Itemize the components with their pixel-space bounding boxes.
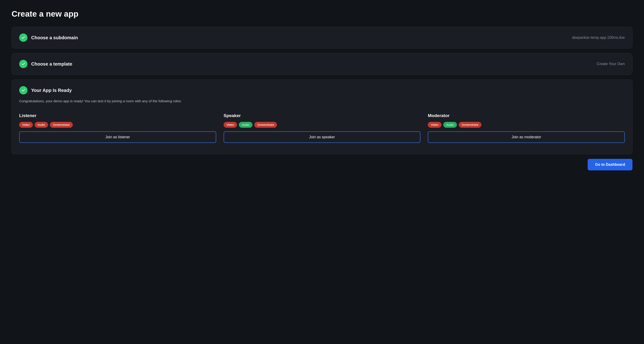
subdomain-card: Choose a subdomain deepankar-temp.app.10… bbox=[12, 27, 632, 48]
speaker-audio-badge: Audio bbox=[239, 122, 252, 128]
moderator-screenshare-badge: Screenshare bbox=[459, 122, 482, 128]
speaker-screenshare-badge: Screenshare bbox=[254, 122, 277, 128]
ready-card: Your App Is Ready Congratulations, your … bbox=[12, 79, 632, 154]
listener-badges: Video Audio Screenshare bbox=[19, 122, 216, 128]
template-card: Choose a template Create Your Own bbox=[12, 53, 632, 75]
page-title: Create a new app bbox=[12, 9, 632, 18]
ready-check-icon bbox=[19, 86, 28, 94]
speaker-role-title: Speaker bbox=[224, 113, 421, 118]
go-to-dashboard-button[interactable]: Go to Dashboard bbox=[588, 159, 632, 170]
moderator-video-badge: Video bbox=[428, 122, 442, 128]
speaker-video-badge: Video bbox=[224, 122, 237, 128]
listener-role-card: Listener Video Audio Screenshare Join as… bbox=[19, 113, 216, 143]
listener-video-badge: Video bbox=[19, 122, 33, 128]
roles-grid: Listener Video Audio Screenshare Join as… bbox=[19, 113, 625, 143]
speaker-role-card: Speaker Video Audio Screenshare Join as … bbox=[224, 113, 421, 143]
listener-screenshare-badge: Screenshare bbox=[50, 122, 73, 128]
speaker-badges: Video Audio Screenshare bbox=[224, 122, 421, 128]
listener-audio-badge: Audio bbox=[35, 122, 48, 128]
subdomain-card-title: Choose a subdomain bbox=[31, 35, 78, 40]
join-as-listener-button[interactable]: Join as listener bbox=[19, 131, 216, 143]
moderator-role-card: Moderator Video Audio Screenshare Join a… bbox=[428, 113, 625, 143]
subdomain-value: deepankar-temp.app.100ms.live bbox=[572, 35, 625, 40]
template-check-icon bbox=[19, 60, 28, 68]
bottom-bar: Go to Dashboard bbox=[12, 159, 632, 170]
listener-role-title: Listener bbox=[19, 113, 216, 118]
subdomain-check-icon bbox=[19, 33, 28, 42]
template-card-title: Choose a template bbox=[31, 61, 72, 67]
join-as-moderator-button[interactable]: Join as moderator bbox=[428, 131, 625, 143]
moderator-audio-badge: Audio bbox=[443, 122, 457, 128]
moderator-badges: Video Audio Screenshare bbox=[428, 122, 625, 128]
ready-card-title: Your App Is Ready bbox=[31, 88, 72, 93]
join-as-speaker-button[interactable]: Join as speaker bbox=[224, 131, 421, 143]
moderator-role-title: Moderator bbox=[428, 113, 625, 118]
create-your-own-link[interactable]: Create Your Own bbox=[597, 62, 625, 66]
congrats-text: Congratulations, your demo app is ready!… bbox=[19, 99, 625, 104]
